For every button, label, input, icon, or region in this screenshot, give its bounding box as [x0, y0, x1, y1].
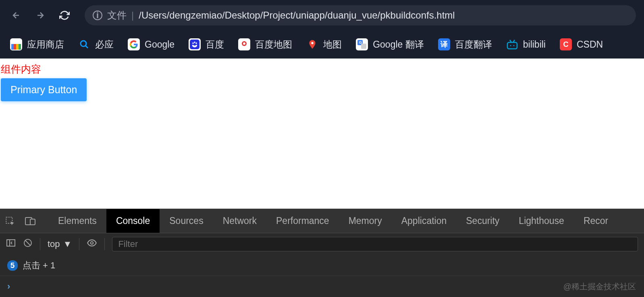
svg-point-5 — [311, 42, 313, 44]
bookmark-map[interactable]: 地图 — [306, 38, 342, 51]
filter-input[interactable] — [112, 237, 638, 251]
back-button[interactable] — [8, 7, 24, 23]
url-bar[interactable]: i 文件 | /Users/dengzemiao/Desktop/Project… — [85, 5, 636, 25]
forward-button[interactable] — [32, 7, 48, 23]
bookmark-gtranslate[interactable]: G Google 翻译 — [356, 38, 424, 51]
svg-rect-1 — [190, 40, 199, 49]
url-path: /Users/dengzemiao/Desktop/Project/uniapp… — [139, 10, 455, 21]
devtools-tabs: Elements Console Sources Network Perform… — [0, 209, 644, 233]
map-pin-icon — [306, 38, 318, 50]
inspect-element-icon[interactable] — [0, 213, 20, 229]
svg-rect-14 — [30, 219, 35, 225]
page-content: 组件内容 Primary Button — [0, 59, 644, 209]
bookmark-appstore[interactable]: 应用商店 — [10, 38, 64, 51]
svg-point-4 — [243, 42, 245, 45]
bookmark-label: bilibili — [523, 39, 546, 50]
info-icon: i — [93, 10, 102, 20]
btranslate-icon: 译 — [438, 38, 450, 50]
baidumap-icon — [238, 38, 250, 50]
device-toolbar-icon[interactable] — [20, 213, 40, 229]
store-icon — [10, 38, 22, 50]
svg-point-10 — [510, 45, 511, 46]
sidebar-toggle-icon[interactable] — [6, 238, 16, 250]
bookmark-label: 百度地图 — [255, 38, 292, 51]
context-selector[interactable]: top ▼ — [48, 239, 72, 249]
tab-lighthouse[interactable]: Lighthouse — [509, 209, 574, 233]
search-icon — [78, 38, 90, 50]
tab-recorder[interactable]: Recor — [574, 209, 618, 233]
bookmark-label: 应用商店 — [27, 38, 64, 51]
tab-security[interactable]: Security — [456, 209, 509, 233]
context-label: top — [48, 239, 60, 249]
prompt-arrow-icon: › — [7, 281, 10, 292]
tab-elements[interactable]: Elements — [48, 209, 106, 233]
bookmark-bing[interactable]: 必应 — [78, 38, 114, 51]
baidu-icon — [189, 38, 201, 50]
console-log-row: 5 点击 + 1 — [0, 255, 644, 276]
bookmark-baidu[interactable]: 百度 — [189, 38, 224, 51]
gtranslate-icon: G — [356, 38, 368, 50]
bookmark-label: CSDN — [577, 39, 603, 50]
divider — [79, 238, 79, 250]
address-bar: i 文件 | /Users/dengzemiao/Desktop/Project… — [0, 0, 644, 30]
bookmark-btranslate[interactable]: 译 百度翻译 — [438, 38, 492, 51]
bookmark-csdn[interactable]: C CSDN — [560, 38, 603, 50]
bookmark-label: 必应 — [95, 38, 114, 51]
tab-console[interactable]: Console — [106, 209, 160, 233]
console-prompt[interactable]: › @稀土掘金技术社区 — [0, 276, 644, 297]
bookmark-google[interactable]: Google — [128, 38, 175, 50]
reload-button[interactable] — [56, 7, 73, 23]
console-toolbar: top ▼ — [0, 233, 644, 255]
component-label: 组件内容 — [1, 63, 644, 76]
tab-performance[interactable]: Performance — [266, 209, 339, 233]
tab-sources[interactable]: Sources — [160, 209, 213, 233]
bookmarks-bar: 应用商店 必应 Google 百度 百度地图 地图 G Google 翻译 — [0, 30, 644, 59]
bookmark-bilibili[interactable]: bilibili — [506, 38, 546, 50]
svg-point-11 — [513, 45, 514, 46]
google-icon — [128, 38, 140, 50]
bookmark-label: Google — [145, 39, 175, 50]
watermark: @稀土掘金技术社区 — [563, 281, 636, 292]
svg-point-17 — [91, 242, 93, 245]
url-divider: | — [131, 10, 134, 21]
tab-memory[interactable]: Memory — [339, 209, 392, 233]
live-expression-icon[interactable] — [87, 238, 97, 251]
tab-application[interactable]: Application — [392, 209, 457, 233]
log-message: 点击 + 1 — [23, 259, 55, 272]
bookmark-label: 百度翻译 — [455, 38, 492, 51]
devtools-panel: Elements Console Sources Network Perform… — [0, 209, 644, 297]
svg-point-0 — [81, 41, 86, 46]
svg-text:G: G — [359, 40, 362, 44]
bookmark-label: 百度 — [206, 38, 224, 51]
bilibili-icon — [506, 38, 518, 50]
log-count-badge: 5 — [7, 260, 18, 271]
clear-console-icon[interactable] — [23, 238, 33, 250]
url-label: 文件 — [107, 9, 127, 22]
tab-network[interactable]: Network — [213, 209, 266, 233]
bookmark-baidumap[interactable]: 百度地图 — [238, 38, 292, 51]
divider — [40, 238, 40, 250]
csdn-icon: C — [560, 38, 572, 50]
svg-rect-9 — [507, 42, 517, 49]
bookmark-label: Google 翻译 — [373, 38, 424, 51]
divider — [104, 238, 105, 250]
bookmark-label: 地图 — [323, 38, 342, 51]
primary-button[interactable]: Primary Button — [1, 78, 87, 101]
chevron-down-icon: ▼ — [63, 239, 72, 249]
